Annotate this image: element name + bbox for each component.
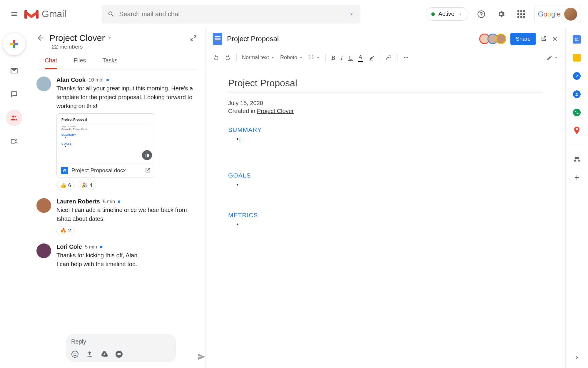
side-get-addons[interactable]	[573, 173, 581, 182]
help-icon	[477, 10, 485, 18]
nav-chat[interactable]	[6, 86, 22, 102]
back-button[interactable]	[36, 34, 49, 42]
reaction-chip[interactable]: 👍6	[56, 181, 75, 190]
compose-button[interactable]	[3, 33, 25, 55]
share-button[interactable]: Share	[510, 33, 536, 45]
reaction-count: 4	[89, 183, 92, 188]
side-expand[interactable]	[573, 354, 580, 361]
drive-button[interactable]	[101, 350, 108, 358]
chat-bubble-icon	[10, 90, 18, 98]
status-dot-icon	[431, 12, 435, 16]
undo-icon	[213, 54, 219, 61]
collaborator-avatars[interactable]	[482, 34, 506, 44]
editing-mode[interactable]	[547, 55, 558, 61]
main-menu-button[interactable]	[7, 7, 21, 21]
svg-point-6	[74, 353, 74, 354]
search-box[interactable]	[102, 5, 360, 24]
room-members[interactable]: 22 members	[52, 44, 197, 50]
send-icon	[197, 353, 206, 361]
font-family[interactable]: Roboto	[280, 54, 303, 61]
attachment-filename: Project Proposal.docx	[71, 167, 126, 174]
doc-section-goals: GOALS	[228, 172, 543, 179]
doc-section-summary: SUMMARY	[228, 126, 543, 133]
doc-room-link[interactable]: Project Clover	[257, 108, 294, 114]
gmail-logo[interactable]: Gmail	[24, 8, 66, 20]
reaction-emoji: 🎉	[81, 182, 88, 188]
highlight-button[interactable]	[368, 54, 375, 61]
close-doc-button[interactable]	[551, 35, 558, 42]
send-button[interactable]	[197, 353, 206, 361]
docs-icon	[213, 33, 222, 45]
svg-point-7	[76, 353, 76, 354]
tab-chat[interactable]: Chat	[45, 57, 57, 69]
docx-icon: W	[61, 167, 68, 174]
search-options-dropdown[interactable]	[349, 11, 355, 17]
apps-grid-icon	[517, 10, 525, 18]
doc-bullet: •	[236, 181, 543, 188]
side-contacts[interactable]	[573, 90, 581, 98]
text-color-button[interactable]: A	[358, 53, 363, 62]
attachment-card[interactable]: Project Proposal July 15, 2020 Created i…	[56, 113, 155, 178]
open-external-icon	[540, 35, 547, 42]
link-icon	[385, 54, 392, 61]
paragraph-style[interactable]: Normal text	[242, 54, 275, 61]
caret-down-icon	[349, 11, 355, 17]
messages-list: Alan Cook 10 min Thanks for all your gre…	[28, 69, 206, 334]
status-label: Active	[438, 11, 454, 17]
video-icon	[10, 137, 18, 145]
presence-status[interactable]: Active	[426, 7, 468, 21]
bold-button[interactable]: B	[331, 54, 335, 62]
font-size[interactable]: 11	[308, 54, 320, 61]
settings-button[interactable]	[494, 7, 508, 21]
pencil-icon	[547, 55, 552, 61]
side-addons[interactable]	[573, 155, 581, 163]
side-panel-badge-icon: ◨	[142, 150, 152, 160]
message: Alan Cook 10 min Thanks for all your gre…	[36, 77, 197, 190]
insert-link-button[interactable]	[385, 54, 392, 61]
search-input[interactable]	[119, 10, 349, 18]
side-maps[interactable]	[573, 127, 581, 135]
hangouts-icon	[573, 109, 581, 116]
reply-input[interactable]: Reply	[71, 338, 171, 345]
upload-button[interactable]	[86, 350, 93, 358]
more-button[interactable]	[403, 54, 409, 61]
nav-meet[interactable]	[6, 133, 22, 150]
doc-title[interactable]: Project Proposal	[227, 35, 279, 43]
google-apps-button[interactable]	[514, 7, 528, 21]
room-title[interactable]: Project Clover	[49, 33, 105, 43]
emoji-button[interactable]	[71, 350, 79, 358]
plus-icon	[10, 40, 18, 48]
svg-point-4	[15, 116, 16, 117]
upload-icon	[86, 350, 93, 358]
side-tasks[interactable]: ✓	[573, 72, 581, 80]
reply-box[interactable]: Reply	[66, 334, 176, 362]
reaction-chip[interactable]: 🎉4	[78, 181, 96, 190]
tab-files[interactable]: Files	[74, 57, 86, 69]
side-keep[interactable]	[573, 54, 581, 62]
underline-button[interactable]: U	[348, 54, 353, 62]
reaction-chip[interactable]: 🔥2	[56, 226, 75, 235]
redo-button[interactable]	[225, 54, 231, 61]
unread-dot-icon	[118, 200, 120, 203]
caret-down-icon[interactable]	[107, 35, 112, 41]
meet-button[interactable]	[115, 350, 123, 358]
side-calendar[interactable]: 31	[573, 35, 581, 44]
reaction-emoji: 🔥	[60, 228, 66, 234]
open-external-button[interactable]	[540, 35, 547, 42]
room-tabs: Chat Files Tasks	[36, 57, 197, 69]
side-hangouts[interactable]	[573, 108, 581, 117]
open-external-icon	[144, 167, 151, 174]
tab-tasks[interactable]: Tasks	[102, 57, 117, 69]
unread-dot-icon	[106, 79, 109, 81]
account-chip[interactable]: Google	[534, 5, 581, 23]
italic-button[interactable]: I	[341, 54, 343, 62]
undo-button[interactable]	[213, 54, 219, 61]
open-attachment-external[interactable]	[144, 167, 151, 174]
support-button[interactable]	[474, 7, 488, 21]
caret-down-icon	[271, 56, 275, 60]
collapse-button[interactable]	[190, 34, 197, 42]
nav-rooms[interactable]	[6, 110, 22, 126]
nav-mail[interactable]	[6, 62, 22, 79]
doc-body[interactable]: Project Proposal July 15, 2020 Created i…	[206, 66, 565, 368]
message: Lori Cole 5 min Thanks for kicking this …	[36, 243, 197, 268]
